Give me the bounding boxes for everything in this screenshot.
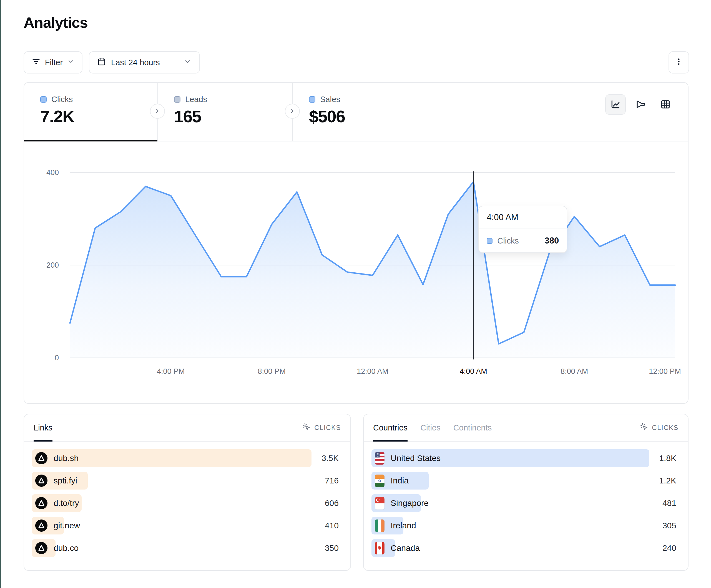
- metric-label: CLICKS: [314, 424, 341, 432]
- tooltip-series-name: Clicks: [497, 236, 519, 246]
- country-row[interactable]: Canada240: [371, 539, 680, 557]
- flag-icon-sg: [375, 497, 385, 510]
- table-view-toggle[interactable]: [655, 94, 676, 115]
- stat-value: 165: [174, 107, 292, 126]
- calendar-icon: [97, 57, 106, 68]
- link-clicks-value: 410: [325, 521, 343, 530]
- stat-label: Leads: [185, 95, 207, 104]
- link-label: dub.sh: [53, 453, 79, 463]
- x-tick-label: 8:00 PM: [258, 367, 286, 376]
- filter-button[interactable]: Filter: [24, 51, 83, 73]
- country-label: Canada: [391, 543, 420, 553]
- country-clicks-value: 305: [663, 521, 680, 530]
- stat-label: Sales: [320, 95, 340, 104]
- y-tick-label: 400: [33, 168, 59, 177]
- clicks-area-chart: [70, 173, 675, 358]
- date-range-button[interactable]: Last 24 hours: [89, 51, 200, 73]
- clicks-chart[interactable]: 0200400 4:00 PM8:00 PM12:00 AM4:00 AM8:0…: [24, 141, 688, 404]
- countries-list: United States1.8KIndia1.2KSingapore481Ir…: [364, 442, 688, 557]
- chevron-down-icon: [184, 58, 192, 67]
- x-tick-label: 12:00 PM: [649, 367, 681, 376]
- country-label: Singapore: [391, 498, 429, 508]
- tooltip-value: 380: [545, 236, 559, 246]
- kebab-menu-icon: [675, 58, 683, 68]
- link-clicks-value: 350: [325, 543, 343, 553]
- analytics-page: Analytics Filter Last 24 hours Cl: [0, 0, 711, 588]
- more-menu-button[interactable]: [669, 51, 689, 73]
- tooltip-series-swatch: [487, 238, 493, 244]
- country-clicks-value: 1.8K: [659, 453, 680, 463]
- link-label: git.new: [53, 521, 80, 530]
- date-range-label: Last 24 hours: [111, 58, 160, 67]
- filter-button-label: Filter: [45, 58, 63, 67]
- link-row[interactable]: dub.co350: [32, 539, 343, 557]
- y-tick-label: 200: [33, 261, 59, 270]
- stat-value: 7.2K: [40, 107, 157, 126]
- dub-logo-icon: [35, 452, 47, 464]
- chart-plot-area: 0200400 4:00 PM8:00 PM12:00 AM4:00 AM8:0…: [70, 173, 675, 358]
- links-panel: Links CLICKS dub.sh3.5Kspti.fyi716d.to/t…: [24, 414, 351, 571]
- country-label: United States: [391, 453, 440, 463]
- line-chart-icon: [610, 99, 621, 110]
- stat-tab-clicks[interactable]: Clicks 7.2K: [24, 83, 157, 141]
- funnel-chart-icon: [635, 99, 646, 110]
- country-label: Ireland: [391, 521, 416, 530]
- chart-view-toggles: [605, 94, 676, 115]
- link-row[interactable]: git.new410: [32, 517, 343, 535]
- clicks-legend-swatch: [40, 96, 47, 103]
- link-clicks-value: 606: [325, 498, 343, 508]
- tooltip-time: 4:00 AM: [479, 206, 567, 229]
- links-list: dub.sh3.5Kspti.fyi716d.to/try606git.new4…: [24, 442, 350, 557]
- dub-logo-icon: [35, 520, 47, 532]
- tab-countries[interactable]: Countries: [373, 414, 408, 441]
- tab-links[interactable]: Links: [34, 414, 52, 441]
- flag-icon-ie: [375, 520, 385, 532]
- stats-row: Clicks 7.2K Leads 165: [24, 83, 688, 141]
- link-label: dub.co: [53, 543, 79, 553]
- y-tick-label: 0: [33, 354, 59, 362]
- tab-cities[interactable]: Cities: [420, 414, 440, 441]
- stat-label: Clicks: [51, 95, 73, 104]
- x-tick-label: 4:00 AM: [460, 367, 487, 376]
- country-row[interactable]: Singapore481: [371, 494, 680, 512]
- links-metric-selector[interactable]: CLICKS: [302, 423, 341, 433]
- countries-metric-selector[interactable]: CLICKS: [640, 423, 678, 433]
- funnel-chart-toggle[interactable]: [630, 94, 651, 115]
- cursor-click-icon: [640, 423, 648, 433]
- country-clicks-value: 481: [663, 498, 680, 508]
- x-tick-label: 12:00 AM: [357, 367, 388, 376]
- table-grid-icon: [660, 99, 671, 110]
- filter-lines-icon: [31, 57, 41, 68]
- tab-continents[interactable]: Continents: [453, 414, 492, 441]
- country-label: India: [391, 476, 409, 485]
- left-edge-accent: [0, 0, 1, 588]
- country-row[interactable]: United States1.8K: [371, 449, 680, 467]
- chevron-down-icon: [67, 58, 74, 67]
- hover-crosshair-line: [473, 172, 474, 359]
- flag-icon-us: [375, 452, 385, 465]
- country-row[interactable]: India1.2K: [371, 472, 680, 490]
- link-row[interactable]: dub.sh3.5K: [32, 449, 343, 467]
- dub-logo-icon: [35, 542, 47, 554]
- page-title: Analytics: [24, 14, 88, 31]
- x-tick-label: 4:00 PM: [157, 367, 185, 376]
- flag-icon-ca: [375, 542, 385, 555]
- link-row[interactable]: spti.fyi716: [32, 472, 343, 490]
- dub-logo-icon: [35, 475, 47, 487]
- link-clicks-value: 3.5K: [322, 453, 343, 463]
- link-label: spti.fyi: [53, 476, 77, 485]
- link-row[interactable]: d.to/try606: [32, 494, 343, 512]
- metric-label: CLICKS: [652, 424, 678, 432]
- line-chart-toggle[interactable]: [605, 94, 626, 115]
- leads-legend-swatch: [174, 96, 180, 103]
- chart-tooltip: 4:00 AM Clicks 380: [478, 206, 567, 253]
- country-clicks-value: 240: [663, 543, 680, 553]
- stat-tab-leads[interactable]: Leads 165: [158, 83, 292, 141]
- analytics-card: Clicks 7.2K Leads 165: [24, 82, 689, 404]
- dub-logo-icon: [35, 497, 47, 509]
- country-row[interactable]: Ireland305: [371, 517, 680, 535]
- link-label: d.to/try: [53, 498, 79, 508]
- x-tick-label: 8:00 AM: [561, 367, 588, 376]
- link-clicks-value: 716: [325, 476, 343, 485]
- sales-legend-swatch: [309, 96, 316, 103]
